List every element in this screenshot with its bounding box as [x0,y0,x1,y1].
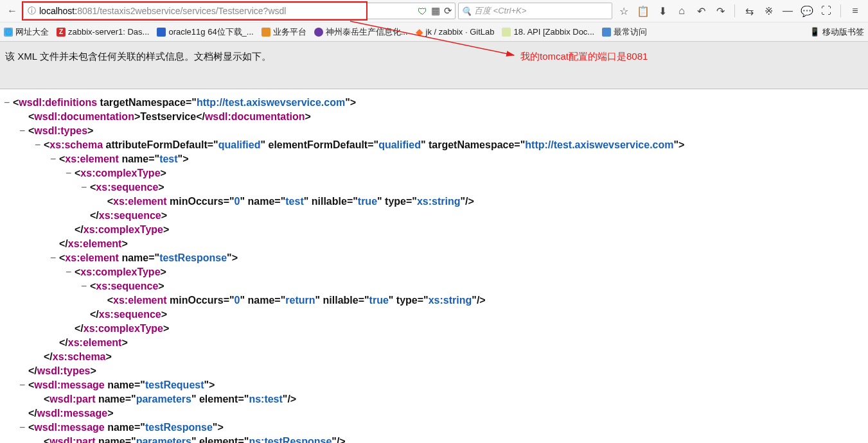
bookmark-label: 业务平台 [273,26,306,38]
navigation-bar: ← ⓘ localhost:8081/testaxis2webservice/s… [0,0,868,22]
bm-api[interactable]: 18. API [Zabbix Doc... [502,27,594,37]
separator [734,4,735,17]
collapse-toggle[interactable]: − [35,138,44,152]
xml-tree: − <wsdl:definitions targetNamespace="htt… [0,89,868,443]
search-placeholder: 百度 <Ctrl+K> [474,5,526,17]
bm-mobile[interactable]: 📱移动版书签 [810,26,864,38]
bookmark-label: 神州泰岳生产信息化... [326,26,408,38]
xml-line: </xs:sequence> [4,308,864,322]
xml-line: − <xs:sequence> [4,279,864,293]
collapse-toggle[interactable]: − [81,180,90,195]
collapse-toggle[interactable]: − [19,421,28,435]
xml-line: <wsdl:part name="parameters" element="ns… [4,392,864,406]
xml-line: </xs:schema> [4,350,864,364]
bm-zabbix[interactable]: Zzabbix-server1: Das... [57,27,149,37]
browser-chrome: ← ⓘ localhost:8081/testaxis2webservice/s… [0,0,868,42]
bm-oracle[interactable]: oracle11g 64位下载_... [157,26,253,38]
back-button[interactable]: ← [4,3,21,19]
menu-icon[interactable]: ≡ [849,5,862,17]
bm-gitlab[interactable]: ◆jk / zabbix · GitLab [416,26,495,38]
download-icon[interactable]: ⬇ [656,5,669,17]
shield-icon[interactable]: 🛡 [418,6,427,17]
reload-icon[interactable]: ⟳ [444,5,452,17]
xml-line: </xs:complexType> [4,223,864,237]
xml-line: − <wsdl:message name="testResponse"> [4,421,864,435]
url-text: localhost:8081/testaxis2webservice/servi… [39,6,418,16]
collapse-toggle[interactable]: − [50,152,59,166]
home-icon[interactable]: ⌂ [675,5,688,17]
clipboard-icon[interactable]: 📋 [637,5,650,17]
bm-all[interactable]: 🌐网址大全 [4,26,49,38]
mobile-icon: 📱 [810,27,820,37]
xml-line: <wsdl:documentation>Testservice</wsdl:do… [4,110,864,124]
info-icon[interactable]: ⓘ [26,6,37,16]
xml-line: − <xs:complexType> [4,265,864,279]
search-input[interactable]: 🔍 百度 <Ctrl+K> [458,3,612,19]
bm-biz[interactable]: 业务平台 [261,26,306,38]
separator [840,4,841,17]
xml-line: − <wsdl:types> [4,124,864,138]
xml-line: <xs:element minOccurs="0" name="return" … [4,293,864,308]
xml-line: − <wsdl:definitions targetNamespace="htt… [4,96,864,110]
bookmark-label: 最常访问 [614,26,647,38]
collapse-toggle[interactable]: − [50,251,59,265]
xml-line: − <xs:schema attributeFormDefault="quali… [4,138,864,152]
xml-line: − <wsdl:message name="testRequest"> [4,378,864,392]
bm-shenzhou[interactable]: 神州泰岳生产信息化... [314,26,408,38]
bookmark-label: 18. API [Zabbix Doc... [513,27,594,37]
api-icon [502,28,511,37]
collapse-toggle[interactable]: − [19,378,28,392]
xml-line: </xs:complexType> [4,322,864,336]
toolbar-icons: ☆ 📋 ⬇ ⌂ ↶ ↷ ⇆ ※ — 💬 ⛶ ≡ [615,4,864,17]
xml-line: </xs:element> [4,237,864,251]
xml-info-text: 该 XML 文件并未包含任何关联的样式信息。文档树显示如下。 [5,51,271,62]
bookmark-label: 移动版书签 [822,26,864,38]
annotation-text: 我的tomcat配置的端口是8081 [520,51,648,63]
collapse-toggle[interactable]: − [19,124,28,138]
collapse-toggle[interactable]: − [4,96,13,110]
bookmark-label: 网址大全 [15,26,49,38]
xml-line: </wsdl:message> [4,406,864,421]
collapse-toggle[interactable]: − [81,279,90,293]
shenzhou-icon [314,28,323,37]
xml-line: − <xs:element name="test"> [4,152,864,166]
xml-line: </xs:sequence> [4,209,864,223]
gitlab-icon: ◆ [416,26,423,38]
url-bar[interactable]: ⓘ localhost:8081/testaxis2webservice/ser… [23,3,456,19]
oracle-icon [157,28,166,37]
bookmark-label: jk / zabbix · GitLab [426,27,495,37]
zabbix-icon: Z [57,28,66,37]
xml-info-bar: 该 XML 文件并未包含任何关联的样式信息。文档树显示如下。 我的tomcat配… [0,42,868,89]
redo-icon[interactable]: ↷ [714,5,727,17]
bookmarks-bar: 🌐网址大全 Zzabbix-server1: Das... oracle11g … [0,22,868,41]
bookmark-label: oracle11g 64位下载_... [168,26,253,38]
xml-line: </xs:element> [4,336,864,350]
collapse-toggle[interactable]: − [66,166,75,180]
sync-icon[interactable]: ⇆ [743,5,756,17]
xml-line: </wsdl:types> [4,364,864,378]
xml-line: <xs:element minOccurs="0" name="test" ni… [4,195,864,209]
bm-most[interactable]: 最常访问 [602,26,647,38]
most-icon [602,28,611,37]
xml-line: − <xs:sequence> [4,180,864,195]
star-icon[interactable]: ☆ [617,5,630,17]
xml-line: <wsdl:part name="parameters" element="ns… [4,435,864,443]
dev-icon[interactable]: ※ [762,5,775,17]
dash-icon[interactable]: — [781,5,794,17]
collapse-toggle[interactable]: − [66,265,75,279]
xml-line: − <xs:element name="testResponse"> [4,251,864,265]
biz-icon [261,28,270,37]
bookmark-label: zabbix-server1: Das... [68,27,149,37]
xml-line: − <xs:complexType> [4,166,864,180]
chat-icon[interactable]: 💬 [801,5,813,17]
reader-icon[interactable]: ▦ [431,5,440,17]
undo-icon[interactable]: ↶ [695,5,707,17]
globe-icon: 🌐 [4,28,13,37]
expand-icon[interactable]: ⛶ [820,5,833,17]
search-icon: 🔍 [461,6,472,16]
